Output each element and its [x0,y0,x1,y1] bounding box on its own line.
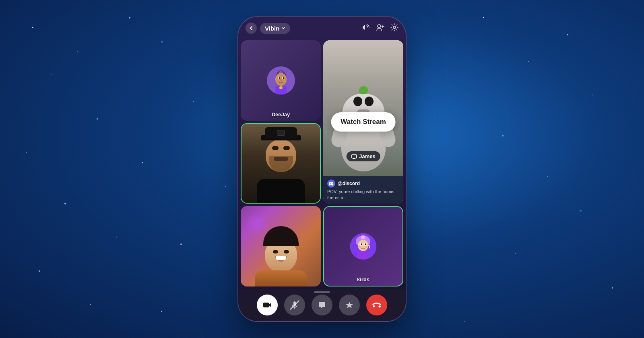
header-left: Vibin [246,23,290,34]
chat-button[interactable] [312,295,332,315]
speaker-icon[interactable] [362,24,370,33]
discord-logo [327,179,335,188]
stream-description: POV: youre chilling with the homis there… [327,189,399,200]
deejay-avatar [267,66,295,95]
channel-label: Vibin [265,25,279,32]
watch-stream-button[interactable]: Watch Stream [331,112,396,132]
kirbs-avatar [350,233,376,260]
back-button[interactable] [246,23,257,34]
end-call-button[interactable] [366,295,387,315]
header-icons [362,23,398,33]
svg-point-9 [283,77,284,79]
svg-point-8 [279,77,280,79]
settings-icon[interactable] [390,23,398,33]
kirbs-name-label: kirbs [357,276,369,282]
svg-point-24 [365,243,366,245]
svg-point-23 [361,243,362,245]
activity-button[interactable] [339,295,360,315]
camera-button[interactable] [257,295,278,315]
svg-rect-27 [357,251,369,260]
phone-frame: Vibin [237,16,407,322]
stream-account-name: @discord [338,181,360,186]
svg-point-10 [280,80,282,81]
james-stream-label: James [346,151,380,161]
deejay-name-label: DeeJay [272,111,290,117]
mute-button[interactable] [284,295,305,315]
participant-tile-olive[interactable]: Olive [241,206,321,286]
stream-video: Watch Stream @discord POV: youre chillin… [323,40,403,204]
svg-rect-31 [378,305,381,308]
svg-point-5 [275,73,287,86]
svg-point-25 [358,245,361,247]
toolbar-handle [314,291,330,293]
add-user-icon[interactable] [376,24,385,33]
svg-point-0 [378,25,381,28]
stream-account-row: @discord [327,179,399,188]
svg-rect-30 [372,305,375,308]
svg-point-12 [279,86,283,89]
svg-point-19 [361,235,365,239]
svg-point-1 [393,26,396,29]
james-stream-name: James [359,153,375,159]
svg-rect-28 [263,303,269,307]
header-bar: Vibin [238,17,406,38]
stream-info-panel: @discord POV: youre chilling with the ho… [323,176,403,204]
participant-tile-james[interactable]: James [241,123,321,204]
svg-rect-13 [351,155,356,158]
svg-rect-14 [353,158,355,159]
svg-point-20 [358,240,368,251]
participant-tile-kirbs[interactable]: kirbs [323,206,403,286]
participant-tile-deejay[interactable]: DeeJay [241,40,321,121]
participant-tile-stream[interactable]: Watch Stream @discord POV: youre chillin… [323,40,403,204]
call-toolbar [238,289,406,321]
channel-name-button[interactable]: Vibin [260,23,290,34]
video-grid: DeeJay [238,38,406,289]
